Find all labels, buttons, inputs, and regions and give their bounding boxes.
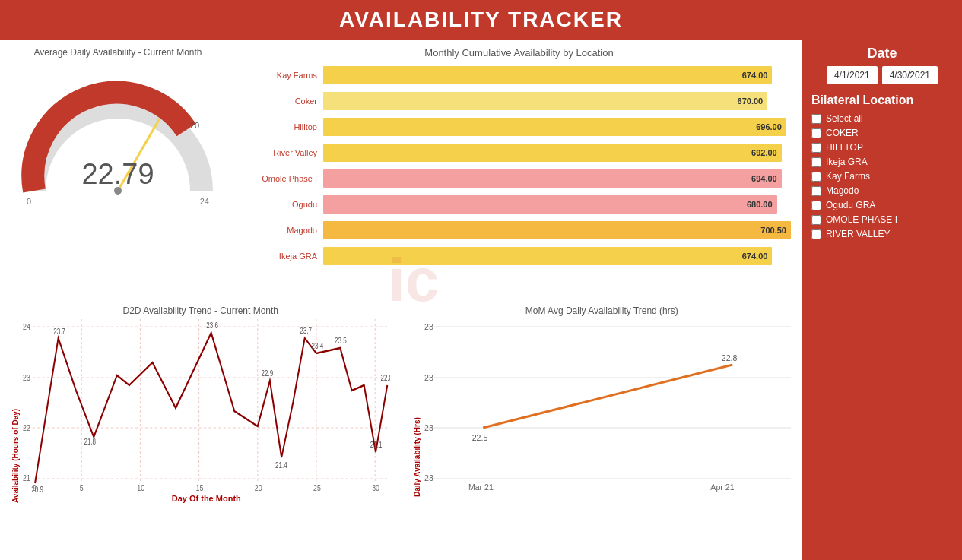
right-sidebar: Date 4/1/2021 4/30/2021 Bilateral Locati… xyxy=(802,40,962,560)
bar-chart-rows: Kay Farms 674.00 Coker 670.00 xyxy=(247,65,791,267)
mom-trend-title: MoM Avg Daily Availability Trend (hrs) xyxy=(413,305,792,316)
date-end[interactable]: 4/30/2021 xyxy=(882,66,938,84)
gauge-container: 20 22.79 0 24 xyxy=(11,62,224,214)
bar-row: Ikeja GRA 674.00 xyxy=(247,245,791,267)
svg-text:23: 23 xyxy=(23,373,30,382)
date-label: Date xyxy=(811,46,953,62)
magodo-checkbox[interactable] xyxy=(811,186,821,196)
svg-text:22: 22 xyxy=(23,423,30,432)
svg-text:23.7: 23.7 xyxy=(53,327,65,336)
bar-label: Ikeja GRA xyxy=(247,252,323,261)
gauge-svg: 20 xyxy=(11,62,224,214)
svg-text:23: 23 xyxy=(424,373,433,382)
svg-text:23: 23 xyxy=(424,322,433,331)
d2d-trend-title: D2D Availability Trend - Current Month xyxy=(11,305,390,316)
bar-label: Kay Farms xyxy=(247,71,323,80)
kayfarms-checkbox[interactable] xyxy=(811,172,821,182)
bar-fill: 674.00 xyxy=(323,66,772,84)
bar-fill: 680.00 xyxy=(323,195,777,214)
hilltop-checkbox-item[interactable]: HILLTOP xyxy=(811,142,953,153)
bar-label: Ogudu xyxy=(247,200,323,209)
ogudu-checkbox-item[interactable]: Ogudu GRA xyxy=(811,200,953,210)
bar-fill: 696.00 xyxy=(323,118,786,136)
omole-checkbox-item[interactable]: OMOLE PHASE I xyxy=(811,214,953,225)
bar-track: 674.00 xyxy=(323,66,791,84)
svg-text:10: 10 xyxy=(137,483,144,492)
svg-text:21: 21 xyxy=(23,473,30,482)
date-inputs: 4/1/2021 4/30/2021 xyxy=(811,66,953,84)
svg-text:22.9: 22.9 xyxy=(262,369,274,378)
select-all-checkbox[interactable] xyxy=(811,114,821,124)
bar-row: Hilltop 696.00 xyxy=(247,116,791,138)
coker-checkbox-item[interactable]: COKER xyxy=(811,128,953,138)
select-all-checkbox-item[interactable]: Select all xyxy=(811,113,953,124)
svg-text:23.6: 23.6 xyxy=(206,321,218,330)
ogudu-checkbox[interactable] xyxy=(811,201,821,210)
svg-text:15: 15 xyxy=(196,483,204,492)
bar-label: Hilltop xyxy=(247,122,323,131)
gauge-title: Average Daily Availability - Current Mon… xyxy=(34,47,202,58)
ogudu-label: Ogudu GRA xyxy=(826,200,875,210)
svg-text:0: 0 xyxy=(33,483,37,492)
page-title: AVAILABILITY TRACKER xyxy=(0,0,962,40)
svg-text:5: 5 xyxy=(80,483,84,492)
bar-row: Omole Phase I 694.00 xyxy=(247,168,791,189)
kayfarms-checkbox-item[interactable]: Kay Farms xyxy=(811,171,953,182)
svg-line-43 xyxy=(483,365,732,428)
svg-text:23.5: 23.5 xyxy=(335,337,347,345)
bar-fill: 692.00 xyxy=(323,144,782,162)
d2d-chart-svg: 24 23 22 21 xyxy=(23,319,390,494)
magodo-checkbox-item[interactable]: Magodo xyxy=(811,185,953,196)
ikeja-label: Ikeja GRA xyxy=(826,157,868,167)
svg-text:20: 20 xyxy=(190,121,199,130)
svg-text:24: 24 xyxy=(23,322,30,331)
svg-text:22.8: 22.8 xyxy=(721,353,737,362)
bar-track: 700.50 xyxy=(323,221,791,239)
bar-row: Coker 670.00 xyxy=(247,90,791,112)
kayfarms-label: Kay Farms xyxy=(826,171,870,182)
svg-text:21.1: 21.1 xyxy=(370,441,383,449)
bar-track: 670.00 xyxy=(323,92,791,110)
bar-row: River Valley 692.00 xyxy=(247,142,791,163)
mom-trend-panel: MoM Avg Daily Availability Trend (hrs) D… xyxy=(402,302,803,558)
magodo-label: Magodo xyxy=(826,185,859,196)
river-valley-label: RIVER VALLEY xyxy=(826,229,890,239)
date-start[interactable]: 4/1/2021 xyxy=(827,66,878,84)
bar-track: 680.00 xyxy=(323,195,791,214)
river-valley-checkbox[interactable] xyxy=(811,229,821,239)
svg-text:23.7: 23.7 xyxy=(300,327,312,335)
bar-chart-title: Monthly Cumulative Availability by Locat… xyxy=(247,47,791,59)
bar-label: Omole Phase I xyxy=(247,174,323,183)
gauge-panel: Average Daily Availability - Current Mon… xyxy=(0,40,236,298)
svg-text:22.5: 22.5 xyxy=(471,433,487,442)
omole-label: OMOLE PHASE I xyxy=(826,214,897,225)
bar-track: 674.00 xyxy=(323,247,791,265)
omole-checkbox[interactable] xyxy=(811,215,821,225)
bar-track: 692.00 xyxy=(323,144,791,162)
river-valley-checkbox-item[interactable]: RIVER VALLEY xyxy=(811,229,953,239)
ikeja-checkbox-item[interactable]: Ikeja GRA xyxy=(811,157,953,167)
svg-text:25: 25 xyxy=(313,483,321,492)
select-all-label: Select all xyxy=(826,113,863,124)
bar-track: 696.00 xyxy=(323,118,791,136)
bar-row: Magodo 700.50 xyxy=(247,220,791,241)
svg-text:Mar 21: Mar 21 xyxy=(468,482,493,492)
hilltop-checkbox[interactable] xyxy=(811,143,821,153)
svg-text:23.4: 23.4 xyxy=(312,342,324,350)
bar-fill: 700.50 xyxy=(323,221,791,239)
bar-label: Coker xyxy=(247,96,323,106)
bar-track: 694.00 xyxy=(323,169,791,188)
bar-row: Kay Farms 674.00 xyxy=(247,65,791,86)
gauge-min: 0 xyxy=(27,197,31,206)
svg-text:23: 23 xyxy=(424,423,433,432)
d2d-x-axis-label: Day Of the Month xyxy=(23,494,390,503)
ikeja-checkbox[interactable] xyxy=(811,157,821,167)
mom-chart-svg: 23 23 23 23 22.5 22.8 Mar 21 xyxy=(424,319,792,494)
bar-label: River Valley xyxy=(247,148,323,157)
svg-text:22.8: 22.8 xyxy=(380,374,389,382)
bar-chart-panel: Monthly Cumulative Availability by Locat… xyxy=(236,40,802,298)
gauge-max: 24 xyxy=(200,197,209,206)
coker-checkbox[interactable] xyxy=(811,128,821,138)
d2d-trend-panel: D2D Availability Trend - Current Month A… xyxy=(0,302,402,558)
bar-fill: 694.00 xyxy=(323,169,782,188)
